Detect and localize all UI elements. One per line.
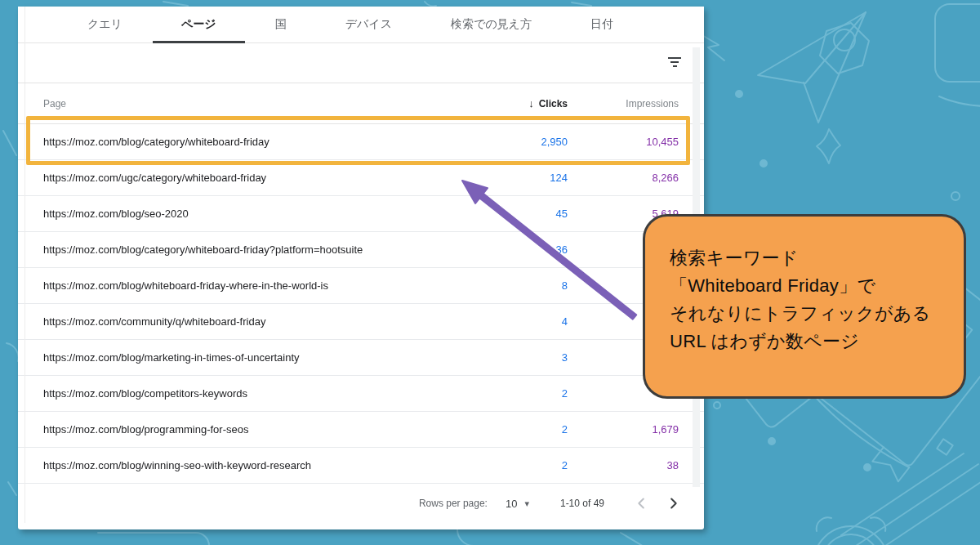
clicks-value: 3 (470, 351, 568, 364)
table-header-row: Page ↓Clicks Impressions (18, 83, 704, 124)
impressions-value: 8,266 (581, 172, 679, 184)
tab-countries[interactable]: 国 (246, 7, 316, 42)
clicks-value: 36 (470, 243, 568, 256)
clicks-value: 45 (470, 208, 568, 220)
page-url[interactable]: https://moz.com/blog/programming-for-seo… (18, 423, 470, 436)
impressions-value: 10,455 (581, 136, 679, 148)
pagination-bar: Rows per page: 10 ▾ 1-10 of 49 (18, 484, 704, 523)
page-url[interactable]: https://moz.com/blog/marketing-in-times-… (18, 351, 470, 364)
rows-per-page-select[interactable]: 10 (506, 498, 517, 510)
impressions-value: 38 (581, 459, 679, 471)
callout-line: それなりにトラフィックがある (670, 300, 949, 328)
tab-search-appearance[interactable]: 検索での見え方 (421, 7, 561, 42)
table-row[interactable]: https://moz.com/blog/category/whiteboard… (18, 124, 704, 160)
sort-descending-icon: ↓ (528, 97, 534, 109)
clicks-value: 2,950 (470, 136, 568, 148)
table-row[interactable]: https://moz.com/blog/category/whiteboard… (18, 232, 704, 268)
clicks-value: 8 (470, 279, 568, 292)
clicks-value: 2 (470, 459, 568, 471)
table-row[interactable]: https://moz.com/blog/whiteboard-friday-w… (18, 268, 704, 304)
page-url[interactable]: https://moz.com/blog/seo-2020 (18, 208, 470, 220)
callout-line: 検索キーワード (670, 244, 949, 272)
callout-line: 「Whiteboard Friday」で (670, 272, 949, 300)
impressions-value: 1,679 (581, 423, 679, 436)
table-row[interactable]: https://moz.com/ugc/category/whiteboard-… (18, 160, 704, 196)
table-row[interactable]: https://moz.com/blog/marketing-in-times-… (18, 340, 704, 376)
column-header-impressions[interactable]: Impressions (581, 98, 679, 109)
caret-down-icon[interactable]: ▾ (524, 498, 529, 509)
page-url[interactable]: https://moz.com/blog/winning-seo-with-ke… (18, 459, 470, 471)
annotation-callout: 検索キーワード 「Whiteboard Friday」で それなりにトラフィック… (643, 214, 966, 399)
page-url[interactable]: https://moz.com/blog/whiteboard-friday-w… (18, 279, 470, 292)
clicks-value: 4 (470, 315, 568, 328)
table-row[interactable]: https://moz.com/blog/winning-seo-with-ke… (18, 448, 704, 484)
table-row[interactable]: https://moz.com/blog/seo-2020 45 5,619 (18, 196, 704, 232)
page-url[interactable]: https://moz.com/blog/category/whiteboard… (18, 243, 470, 256)
tab-dates[interactable]: 日付 (561, 7, 643, 42)
tab-pages[interactable]: ページ (152, 7, 246, 42)
column-header-clicks[interactable]: ↓Clicks (470, 97, 568, 109)
rows-per-page-label: Rows per page: (419, 498, 488, 509)
clicks-value: 2 (470, 423, 568, 436)
table-body: https://moz.com/blog/category/whiteboard… (18, 124, 704, 484)
page-url[interactable]: https://moz.com/community/q/whiteboard-f… (18, 315, 470, 328)
chevron-left-icon[interactable] (632, 494, 652, 513)
callout-line: URL はわずか数ページ (670, 328, 949, 355)
page-url[interactable]: https://moz.com/blog/category/whiteboard… (18, 136, 470, 148)
clicks-value: 2 (470, 387, 568, 400)
table-filter-bar (18, 43, 704, 83)
chevron-right-icon[interactable] (663, 494, 683, 513)
search-console-panel: クエリ ページ 国 デバイス 検索での見え方 日付 Page ↓Clicks I… (18, 7, 704, 529)
clicks-value: 124 (470, 172, 568, 184)
pagination-range-label: 1-10 of 49 (560, 498, 604, 509)
table-row[interactable]: https://moz.com/community/q/whiteboard-f… (18, 304, 704, 340)
page-url[interactable]: https://moz.com/ugc/category/whiteboard-… (18, 172, 470, 184)
table-row[interactable]: https://moz.com/blog/programming-for-seo… (18, 412, 704, 448)
table-row[interactable]: https://moz.com/blog/competitors-keyword… (18, 376, 704, 412)
dimension-tabs: クエリ ページ 国 デバイス 検索での見え方 日付 (18, 7, 704, 43)
tab-devices[interactable]: デバイス (316, 7, 421, 42)
page-url[interactable]: https://moz.com/blog/competitors-keyword… (18, 387, 470, 400)
column-header-page[interactable]: Page (18, 98, 470, 109)
filter-list-icon[interactable] (667, 57, 682, 69)
tab-queries[interactable]: クエリ (58, 7, 152, 42)
